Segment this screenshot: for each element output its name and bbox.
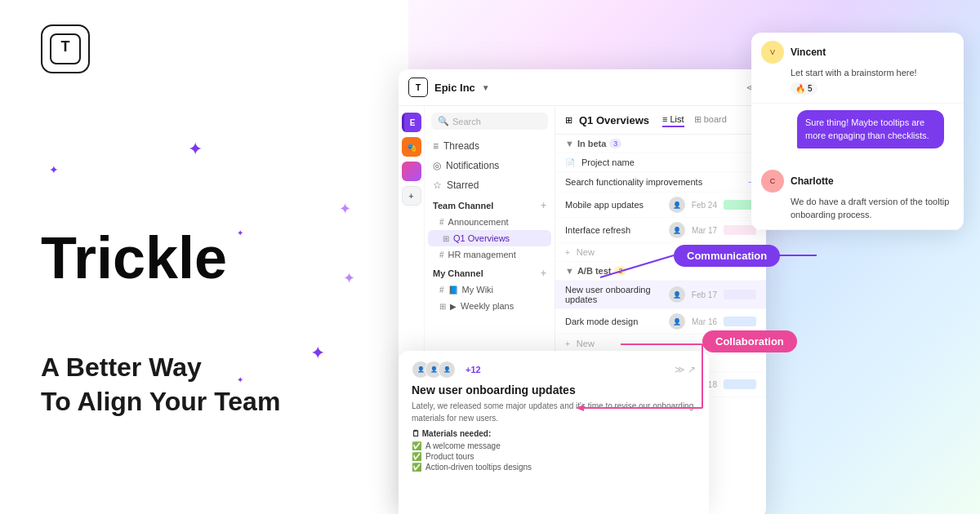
chat-bubble-self: Sure thing! Maybe tooltips are more enga… bbox=[797, 110, 944, 148]
chat-panel: V Vincent Let start with a brainstorm he… bbox=[751, 33, 964, 230]
row-date-mar16: Mar 16 bbox=[692, 317, 717, 326]
status-bar-pink bbox=[724, 225, 756, 235]
star-decoration-5: ✦ bbox=[310, 343, 325, 364]
checklist-item-3: ✅ Action-driven tooltips designs bbox=[412, 463, 696, 472]
view-tabs: ≡ List ⊞ board bbox=[662, 113, 727, 127]
row-avatar-mobile: 👤 bbox=[669, 197, 685, 213]
nav-threads-label: Threads bbox=[443, 140, 479, 152]
chat-text-vincent: Let start with a brainstorm here! bbox=[791, 67, 954, 79]
row-label-dark-mode: Dark mode design bbox=[565, 317, 662, 326]
workspace-strip-pink[interactable] bbox=[402, 162, 421, 181]
callout-collaboration-label: Collaboration bbox=[715, 335, 784, 348]
chat-bubble-container: Sure thing! Maybe tooltips are more enga… bbox=[751, 104, 964, 162]
section-in-beta: ▼ In beta 3 bbox=[555, 135, 766, 153]
app-logo-small: T bbox=[408, 78, 428, 97]
tab-list[interactable]: ≡ List bbox=[662, 113, 684, 127]
channel-weekly-label: Weekly plans bbox=[461, 301, 514, 311]
doc-avatar-group: 👤 👤 👤 bbox=[412, 361, 456, 379]
row-avatar-interface: 👤 bbox=[669, 222, 685, 238]
nav-channel-hr-management[interactable]: # HR management bbox=[425, 246, 555, 263]
nav-item-notifications[interactable]: ◎ Notifications bbox=[425, 156, 555, 175]
team-channel-label: Team Channel bbox=[433, 201, 493, 210]
tab-board[interactable]: ⊞ board bbox=[694, 113, 727, 127]
badge-beta-count: 3 bbox=[609, 139, 621, 148]
star-decoration-1: ✦ bbox=[49, 163, 59, 176]
doc-icon: 📄 bbox=[565, 158, 575, 167]
row-interface-refresh[interactable]: Interface refresh 👤 Mar 17 bbox=[555, 218, 766, 243]
chat-avatar-vincent: V bbox=[761, 41, 784, 64]
workspace-strip-e[interactable]: E bbox=[402, 113, 421, 132]
nav-notifications-label: Notifications bbox=[446, 160, 499, 171]
doc-materials-label: 🗒 Materials needed: bbox=[412, 429, 696, 438]
my-channel-label: My Channel bbox=[433, 268, 483, 278]
my-channel-header: My Channel + bbox=[425, 263, 555, 281]
row-label-mobile-app: Mobile app updates bbox=[565, 200, 662, 210]
team-channel-add-icon[interactable]: + bbox=[541, 200, 546, 211]
row-avatar-dark-mode: 👤 bbox=[669, 313, 685, 330]
doc-expand-controls[interactable]: ≫ ↗ bbox=[675, 364, 696, 375]
channel-hr-label: HR management bbox=[448, 250, 516, 259]
notifications-icon: ◎ bbox=[433, 160, 441, 171]
brand-logo: T bbox=[41, 24, 90, 73]
workspace-name[interactable]: Epic Inc bbox=[434, 82, 475, 94]
workspace-strip-add[interactable]: + bbox=[402, 186, 421, 206]
row-mobile-app[interactable]: Mobile app updates 👤 Feb 24 bbox=[555, 193, 766, 218]
app-header: T Epic Inc ▼ ≪ bbox=[399, 69, 766, 106]
section-label-ab: A/B test bbox=[577, 266, 612, 276]
row-date-mar17: Mar 17 bbox=[692, 226, 717, 235]
nav-starred-label: Starred bbox=[447, 179, 479, 191]
channel-announcement-label: Announcement bbox=[448, 217, 509, 227]
hash-icon: # bbox=[439, 218, 444, 227]
chat-message-charlotte: C Charlotte We do have a draft version o… bbox=[751, 162, 964, 230]
row-search-functionality[interactable]: Search functionality improvements → bbox=[555, 172, 766, 193]
checklist-label-1: A welcome message bbox=[425, 441, 501, 450]
nav-channel-my-wiki[interactable]: # 📘 My Wiki bbox=[425, 281, 555, 298]
channel-wiki-label: My Wiki bbox=[462, 285, 494, 295]
my-channel-add-icon[interactable]: + bbox=[541, 268, 546, 279]
starred-icon: ☆ bbox=[433, 179, 442, 191]
checklist-item-1: ✅ A welcome message bbox=[412, 441, 696, 450]
plus-icon-ab: + bbox=[565, 339, 570, 348]
row-avatar-onboarding: 👤 bbox=[669, 286, 685, 303]
nav-channel-weekly-plans[interactable]: ⊞ ▶ Weekly plans bbox=[425, 298, 555, 314]
callout-communication-label: Communication bbox=[687, 250, 767, 262]
row-label-project-name: Project name bbox=[581, 157, 756, 167]
callout-collaboration: Collaboration bbox=[702, 330, 797, 352]
content-header: ⊞ Q1 Overviews ≡ List ⊞ board bbox=[555, 106, 766, 135]
search-box[interactable]: 🔍 Search bbox=[431, 113, 548, 130]
workspace-strip-orange[interactable]: 🎭 bbox=[402, 137, 421, 157]
nav-item-starred[interactable]: ☆ Starred bbox=[425, 175, 555, 195]
team-channel-header: Team Channel + bbox=[425, 195, 555, 214]
nav-channel-q1-overviews[interactable]: ⊞ Q1 Overviews bbox=[428, 230, 551, 246]
hash-icon-wiki: # bbox=[439, 286, 444, 295]
star-decoration-2: ✦ bbox=[188, 139, 203, 160]
row-onboarding-updates[interactable]: New user onboarding updates 👤 Feb 17 bbox=[555, 281, 766, 309]
grid-icon: ⊞ bbox=[443, 234, 449, 243]
check-icon-2: ✅ bbox=[412, 452, 421, 461]
section-label-beta: In beta bbox=[577, 139, 606, 148]
chevron-icon: ▼ bbox=[565, 139, 574, 148]
check-icon-1: ✅ bbox=[412, 441, 421, 450]
check-icon-3: ✅ bbox=[412, 463, 421, 472]
chat-user-row-charlotte: C Charlotte bbox=[761, 170, 954, 193]
chat-text-charlotte: We do have a draft version of the toolti… bbox=[791, 196, 954, 221]
doc-preview-panel: 👤 👤 👤 +12 ≫ ↗ New user onboarding update… bbox=[399, 351, 709, 514]
callout-communication: Communication bbox=[674, 245, 780, 267]
threads-icon: ≡ bbox=[433, 140, 439, 152]
hero-tagline: A Better Way To Align Your Team bbox=[41, 351, 280, 419]
workspace-dropdown-icon[interactable]: ▼ bbox=[482, 83, 490, 92]
search-icon: 🔍 bbox=[438, 116, 449, 126]
nav-channel-announcement[interactable]: # Announcement bbox=[425, 214, 555, 230]
chat-user-row-vincent: V Vincent bbox=[761, 41, 954, 64]
row-project-name[interactable]: 📄 Project name bbox=[555, 153, 766, 172]
doc-preview-header: 👤 👤 👤 +12 ≫ ↗ bbox=[412, 361, 696, 379]
row-date-feb24: Feb 24 bbox=[692, 201, 717, 210]
status-bar-published bbox=[724, 379, 756, 389]
checklist-label-3: Action-driven tooltips designs bbox=[425, 463, 532, 472]
badge-ab-count: 2 bbox=[614, 266, 626, 276]
doc-avatar-3: 👤 bbox=[438, 361, 456, 379]
chevron-icon-ab: ▼ bbox=[565, 266, 574, 276]
nav-item-threads[interactable]: ≡ Threads bbox=[425, 136, 555, 156]
row-label-onboarding: New user onboarding updates bbox=[565, 285, 662, 304]
chat-reaction-vincent[interactable]: 🔥 5 bbox=[791, 82, 817, 95]
